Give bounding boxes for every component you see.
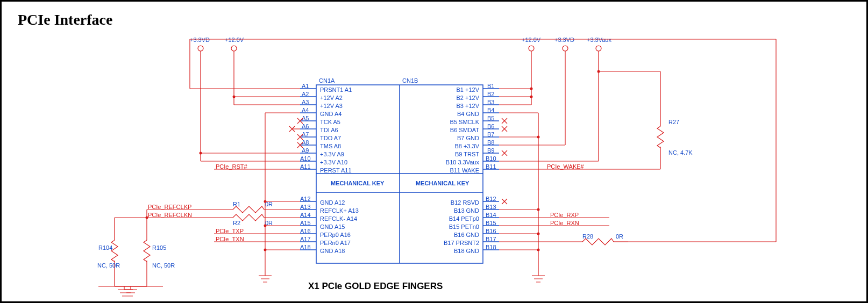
svg-text:B11: B11 bbox=[486, 163, 496, 170]
svg-point-182 bbox=[200, 152, 202, 155]
svg-text:B14: B14 bbox=[486, 212, 496, 218]
svg-text:B18: B18 bbox=[486, 244, 496, 250]
svg-text:A11: A11 bbox=[300, 163, 311, 170]
svg-text:B5 SMCLK: B5 SMCLK bbox=[450, 119, 480, 125]
svg-text:A5: A5 bbox=[302, 115, 309, 121]
svg-text:B14 PETp0: B14 PETp0 bbox=[449, 215, 479, 222]
svg-point-3 bbox=[198, 46, 203, 51]
net-txp: PCIe_TXP bbox=[216, 228, 244, 234]
gnd-symbol-a bbox=[259, 276, 272, 282]
svg-text:B1: B1 bbox=[487, 83, 494, 89]
svg-point-186 bbox=[530, 96, 533, 98]
svg-point-189 bbox=[537, 208, 540, 211]
svg-text:PERST A11: PERST A11 bbox=[320, 167, 352, 174]
svg-point-192 bbox=[597, 70, 600, 73]
svg-text:TMS  A8: TMS A8 bbox=[320, 143, 341, 149]
svg-point-187 bbox=[530, 88, 533, 90]
r1-label: R1 bbox=[233, 201, 240, 207]
svg-point-7 bbox=[529, 46, 534, 51]
svg-text:+12V  A3: +12V A3 bbox=[320, 103, 343, 109]
svg-text:A18: A18 bbox=[300, 244, 311, 250]
svg-text:A9: A9 bbox=[302, 147, 309, 154]
svg-text:B15 PETn0: B15 PETn0 bbox=[449, 223, 479, 230]
svg-text:B3: B3 bbox=[487, 99, 494, 105]
svg-point-191 bbox=[537, 249, 540, 251]
svg-point-181 bbox=[233, 96, 236, 98]
net-txn: PCIe_TXN bbox=[216, 236, 244, 242]
svg-text:REFCLK- A14: REFCLK- A14 bbox=[320, 215, 357, 222]
svg-point-193 bbox=[146, 217, 148, 219]
net-rxp: PCIe_RXP bbox=[550, 212, 579, 218]
svg-text:A8: A8 bbox=[302, 139, 309, 146]
svg-text:B12: B12 bbox=[486, 196, 496, 202]
net-wake: PCIe_WAKE# bbox=[547, 163, 585, 170]
svg-text:+12V  A2: +12V A2 bbox=[320, 95, 343, 101]
svg-text:PERn0 A17: PERn0 A17 bbox=[320, 240, 351, 246]
svg-text:A10: A10 bbox=[300, 155, 311, 162]
svg-text:A2: A2 bbox=[302, 91, 309, 97]
svg-point-185 bbox=[264, 249, 267, 251]
rail-v33aux: +3.3Vaux bbox=[587, 37, 611, 43]
r2-label: R2 bbox=[233, 220, 240, 226]
svg-text:B3  +12V: B3 +12V bbox=[456, 103, 479, 109]
svg-text:B9  TRST: B9 TRST bbox=[455, 151, 479, 157]
svg-text:REFCLK+ A13: REFCLK+ A13 bbox=[320, 207, 359, 214]
svg-text:B16 GND: B16 GND bbox=[454, 232, 479, 238]
svg-text:GND A12: GND A12 bbox=[320, 199, 345, 206]
svg-point-183 bbox=[264, 200, 267, 203]
r27-label: R27 bbox=[668, 119, 679, 125]
svg-text:B6  SMDAT: B6 SMDAT bbox=[450, 127, 479, 133]
svg-text:B1  +12V: B1 +12V bbox=[456, 86, 479, 93]
r105-symbol bbox=[144, 240, 150, 262]
svg-text:NC, 4.7K: NC, 4.7K bbox=[668, 149, 693, 156]
rail-v12: +12.0V bbox=[225, 37, 244, 43]
svg-text:+3.3V A10: +3.3V A10 bbox=[320, 159, 347, 165]
svg-text:A15: A15 bbox=[300, 220, 311, 226]
net-refclkn: PCIe_REFCLKN bbox=[148, 212, 192, 218]
net-rxn: PCIe_RXN bbox=[550, 220, 579, 226]
svg-text:NC, 50R: NC, 50R bbox=[152, 262, 175, 269]
svg-text:A14: A14 bbox=[300, 212, 311, 218]
svg-text:A3: A3 bbox=[302, 99, 309, 105]
svg-text:B10 3.3Vaux: B10 3.3Vaux bbox=[446, 159, 480, 165]
svg-point-188 bbox=[537, 136, 540, 139]
svg-text:B17: B17 bbox=[486, 236, 496, 242]
svg-text:GND A18: GND A18 bbox=[320, 248, 345, 254]
mech-key-a: MECHANICAL KEY bbox=[331, 180, 385, 186]
svg-text:B7 GND: B7 GND bbox=[457, 135, 479, 141]
svg-text:B15: B15 bbox=[486, 220, 496, 226]
cn1a-label: CN1A bbox=[319, 77, 335, 84]
svg-text:A7: A7 bbox=[302, 131, 309, 138]
svg-point-5 bbox=[231, 46, 237, 51]
svg-text:B18 GND: B18 GND bbox=[454, 248, 479, 254]
svg-text:PERp0 A16: PERp0 A16 bbox=[320, 232, 351, 238]
svg-text:+3.3V  A9: +3.3V A9 bbox=[320, 151, 344, 157]
svg-text:B2  +12V: B2 +12V bbox=[456, 95, 479, 101]
svg-text:GND A4: GND A4 bbox=[320, 111, 341, 117]
svg-text:A17: A17 bbox=[300, 236, 311, 242]
svg-text:B17 PRSNT2: B17 PRSNT2 bbox=[444, 240, 479, 246]
svg-point-11 bbox=[596, 46, 601, 51]
r105-label: R105 bbox=[152, 244, 166, 251]
rail-v33d: +3.3VD bbox=[190, 37, 210, 43]
svg-text:B6: B6 bbox=[487, 123, 494, 129]
svg-text:A16: A16 bbox=[300, 228, 311, 234]
net-refclkp: PCIe_REFCLKP bbox=[148, 204, 191, 210]
svg-text:B5: B5 bbox=[487, 115, 494, 121]
svg-text:NC, 50R: NC, 50R bbox=[97, 262, 120, 269]
svg-text:B13 GND: B13 GND bbox=[454, 207, 479, 214]
rail-v33dr: +3.3VD bbox=[554, 37, 574, 43]
svg-text:B2: B2 bbox=[487, 91, 494, 97]
svg-text:B8: B8 bbox=[487, 139, 494, 146]
svg-text:A13: A13 bbox=[300, 204, 311, 210]
svg-text:TDO  A7: TDO A7 bbox=[320, 135, 341, 141]
svg-text:A1: A1 bbox=[302, 83, 309, 89]
svg-point-184 bbox=[264, 225, 267, 227]
r104-symbol bbox=[111, 240, 118, 262]
r28-label: R28 bbox=[582, 233, 593, 240]
mech-key-b: MECHANICAL KEY bbox=[416, 180, 469, 186]
svg-text:B13: B13 bbox=[486, 204, 496, 210]
svg-text:B16: B16 bbox=[486, 228, 496, 234]
svg-text:PRSNT1 A1: PRSNT1 A1 bbox=[320, 86, 352, 93]
svg-text:B7: B7 bbox=[487, 131, 494, 138]
